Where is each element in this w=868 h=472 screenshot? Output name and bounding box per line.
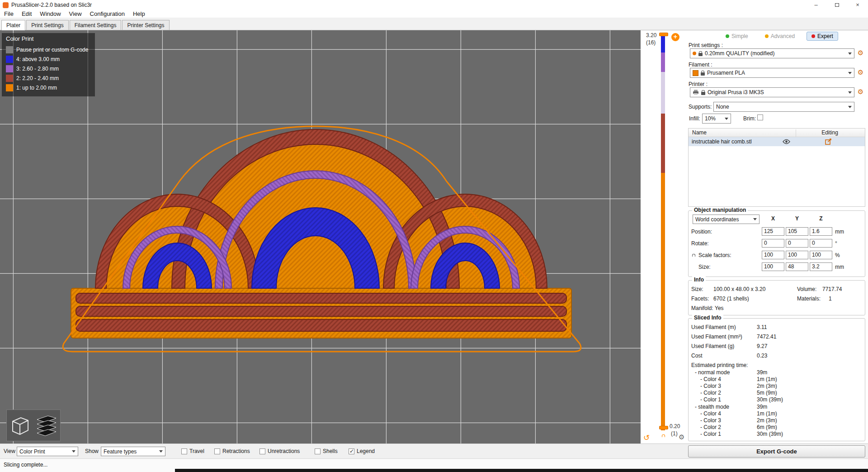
prusaslicer-logo-icon [3, 2, 9, 8]
position-x-input[interactable]: 125 [762, 227, 784, 236]
slider-top-handle[interactable] [659, 33, 668, 36]
slider-bottom-handle[interactable] [659, 426, 668, 429]
tab-printer-settings[interactable]: Printer Settings [122, 20, 169, 30]
tab-plater[interactable]: Plater [1, 20, 25, 30]
infill-select[interactable]: 10% [702, 114, 731, 124]
coordinates-select[interactable]: World coordinates [693, 215, 760, 224]
menu-edit[interactable]: Edit [18, 10, 36, 18]
legend-swatch-pause [6, 46, 13, 53]
info-group: Info Size: 100.00 x 48.00 x 3.20 Volume:… [688, 280, 865, 315]
chevron-down-icon [725, 118, 728, 120]
time-row-label: - Color 4 [700, 376, 721, 382]
slider-bottom-layer: (1) [671, 430, 678, 437]
travel-label: Travel [189, 448, 204, 454]
time-row-label: - Color 2 [700, 424, 721, 430]
view-select[interactable]: Color Print [17, 447, 78, 456]
legend-item: Pause print or custom G-code [6, 45, 92, 54]
printer-select[interactable]: Original Prusa i3 MK3S [690, 87, 854, 97]
supports-label: Supports: [689, 104, 712, 110]
tab-print-settings[interactable]: Print Settings [26, 20, 68, 30]
size-z-input[interactable]: 3.2 [810, 262, 832, 271]
brim-checkbox[interactable] [757, 114, 763, 120]
mode-advanced[interactable]: Advanced [760, 32, 800, 41]
time-row-value: 6m (9m) [757, 424, 777, 430]
object-row[interactable]: instructable hair comb.stl [689, 137, 865, 146]
sliced-row-value: 3.11 [757, 324, 767, 330]
name-column-header[interactable]: Name [692, 129, 707, 136]
menu-file[interactable]: File [0, 10, 18, 18]
show-select[interactable]: Feature types [101, 447, 165, 456]
size-x-input[interactable]: 100 [762, 262, 784, 271]
printer-gear-icon[interactable]: ⚙ [856, 88, 865, 96]
print-settings-gear-icon[interactable]: ⚙ [856, 49, 865, 57]
info-size-value: 100.00 x 48.00 x 3.20 [713, 286, 765, 292]
legend-checkbox[interactable] [349, 448, 354, 454]
3d-viewport[interactable]: Color Print Pause print or custom G-code… [0, 30, 641, 443]
time-row-label: - Color 1 [700, 396, 721, 403]
menu-view[interactable]: View [65, 10, 86, 18]
size-label: Size: [698, 264, 711, 270]
slider-segment-maroon[interactable] [661, 114, 665, 173]
position-y-input[interactable]: 105 [786, 227, 808, 236]
cube-view-icon[interactable] [10, 414, 30, 437]
add-color-change-button[interactable]: + [671, 33, 679, 41]
time-row-value: 5m (9m) [757, 390, 777, 396]
menu-window[interactable]: Window [36, 10, 65, 18]
retractions-checkbox[interactable] [214, 448, 220, 454]
tab-filament-settings[interactable]: Filament Settings [70, 20, 122, 30]
maximize-button[interactable] [826, 0, 847, 10]
slider-segment-pale[interactable] [661, 72, 665, 114]
time-row-label: - Color 2 [700, 390, 721, 396]
print-settings-select[interactable]: 0.20mm QUALITY (modified) [690, 48, 854, 58]
slider-segment-orange[interactable] [661, 173, 665, 430]
settings-panel: Simple Advanced Expert Print settings : … [686, 30, 868, 443]
object-manipulation-title: Object manipulation [692, 207, 748, 213]
eye-icon[interactable] [783, 139, 790, 144]
sliced-row-value: 0.23 [757, 353, 767, 359]
layers-view-icon[interactable] [36, 414, 57, 437]
info-materials-label: Materials: [797, 296, 821, 302]
sliced-row-label: Used Filament (m) [691, 324, 736, 330]
mode-selector: Simple Advanced Expert [721, 32, 838, 41]
close-button[interactable]: × [847, 0, 868, 10]
position-label: Position: [691, 229, 712, 235]
filament-gear-icon[interactable]: ⚙ [856, 68, 865, 77]
edit-object-icon[interactable] [825, 138, 831, 145]
legend-swatch-color2 [6, 75, 13, 82]
travel-checkbox[interactable] [181, 448, 187, 454]
shells-checkbox[interactable] [315, 448, 321, 454]
scale-z-input[interactable]: 100 [810, 251, 832, 259]
rotate-x-input[interactable]: 0 [762, 239, 784, 248]
print-settings-label: Print settings : [689, 42, 723, 48]
slider-segment-blue[interactable] [661, 34, 665, 52]
mode-simple[interactable]: Simple [721, 32, 753, 41]
position-z-input[interactable]: 1.6 [810, 227, 832, 236]
info-volume-label: Volume: [797, 286, 816, 292]
menu-configuration[interactable]: Configuration [86, 10, 129, 18]
chevron-down-icon [159, 450, 163, 453]
info-size-label: Size: [691, 286, 703, 292]
supports-select[interactable]: None [713, 102, 854, 112]
size-y-input[interactable]: 48 [786, 262, 808, 271]
slider-segment-purple[interactable] [661, 52, 665, 72]
menu-help[interactable]: Help [129, 10, 149, 18]
scale-y-input[interactable]: 100 [786, 251, 808, 259]
mode-expert[interactable]: Expert [807, 32, 838, 41]
filament-select[interactable]: Prusament PLA [690, 68, 854, 78]
time-row-value: 1m (1m) [757, 376, 777, 382]
minimize-button[interactable]: – [806, 0, 826, 10]
time-row-label: - Color 4 [700, 410, 721, 417]
undo-icon[interactable]: ↺ [643, 433, 650, 443]
sliced-model-canvas [0, 30, 641, 443]
rotate-z-input[interactable]: 0 [810, 239, 832, 248]
unretractions-checkbox[interactable] [259, 448, 265, 454]
slider-settings-gear-icon[interactable]: ⚙ [679, 433, 684, 441]
rotate-y-input[interactable]: 0 [786, 239, 808, 248]
position-unit: mm [835, 229, 844, 235]
scale-x-input[interactable]: 100 [762, 251, 784, 259]
time-row-value: 30m (39m) [757, 396, 783, 403]
layer-slider-area: 3.20 (16) + 0.20 (1) ↺ ⚙ [641, 30, 686, 443]
tab-bar: Plater Print Settings Filament Settings … [0, 18, 868, 30]
export-gcode-button[interactable]: Export G-code [688, 445, 865, 458]
advanced-dot-icon [765, 34, 769, 38]
